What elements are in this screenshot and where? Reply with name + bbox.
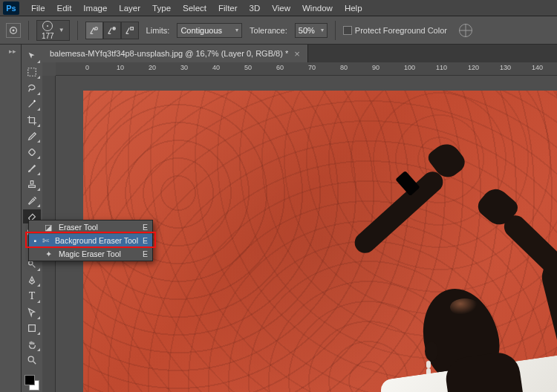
- ruler-horizontal[interactable]: 0 10 20 30 40 50 60 70 80 90 100 110 120…: [56, 62, 557, 76]
- svg-rect-6: [28, 148, 36, 156]
- healing-tool[interactable]: [23, 145, 41, 160]
- svg-point-12: [28, 357, 33, 362]
- limits-dropdown[interactable]: Contiguous ▾: [177, 23, 242, 38]
- ruler-tick: 90: [372, 64, 380, 71]
- ruler-tick: 50: [244, 64, 252, 71]
- canvas[interactable]: [83, 91, 557, 392]
- menu-view[interactable]: View: [266, 4, 296, 13]
- close-icon[interactable]: ×: [294, 48, 300, 59]
- ruler-tick: 100: [404, 64, 415, 71]
- ruler-tick: 120: [468, 64, 479, 71]
- magic-eraser-icon: ✦: [42, 249, 54, 258]
- flyout-item-eraser[interactable]: ◪ Eraser Tool E: [29, 220, 152, 234]
- menu-file[interactable]: File: [25, 4, 51, 13]
- flyout-item-background-eraser[interactable]: ▪ ✄ Background Eraser Tool E: [29, 234, 152, 247]
- svg-point-10: [31, 280, 33, 281]
- chevron-down-icon: ▾: [235, 27, 238, 33]
- move-tool[interactable]: [23, 49, 41, 64]
- tolerance-value: 50%: [299, 26, 315, 35]
- document-tab-title: balemesa-MYfq3tf34p8-unsplash.jpg @ 16,7…: [50, 49, 288, 58]
- menu-3d[interactable]: 3D: [244, 4, 267, 13]
- ruler-tick: 0: [85, 64, 89, 71]
- ruler-tick: 110: [436, 64, 447, 71]
- chevron-down-icon: ▼: [59, 27, 65, 33]
- document-area: balemesa-MYfq3tf34p8-unsplash.jpg @ 16,7…: [42, 45, 557, 392]
- zoom-tool[interactable]: [23, 353, 41, 368]
- svg-rect-11: [29, 325, 36, 332]
- toolbox: T: [22, 45, 42, 392]
- brush-preset-picker[interactable]: 177 ▼: [36, 20, 70, 41]
- menu-layer[interactable]: Layer: [113, 4, 146, 13]
- sampling-swatch[interactable]: [121, 22, 139, 39]
- current-tool-preset[interactable]: [6, 23, 21, 38]
- collapsed-panel-strip[interactable]: ▸▸: [4, 45, 22, 392]
- stamp-tool[interactable]: [23, 177, 41, 192]
- hand-tool[interactable]: [23, 337, 41, 352]
- ruler-tick: 10: [117, 64, 124, 71]
- tolerance-label: Tolerance:: [250, 26, 287, 35]
- ruler-tick: 70: [308, 64, 316, 71]
- shape-tool[interactable]: [23, 321, 41, 336]
- pen-tool[interactable]: [23, 273, 41, 288]
- separator: [28, 21, 29, 40]
- ruler-tick: 20: [149, 64, 156, 71]
- brush-size-value: 177: [42, 32, 54, 40]
- svg-point-1: [13, 30, 14, 31]
- svg-point-9: [29, 261, 33, 265]
- menu-bar: Ps File Edit Image Layer Type Select Fil…: [0, 0, 557, 16]
- magic-wand-tool[interactable]: [23, 97, 41, 112]
- document-tab[interactable]: balemesa-MYfq3tf34p8-unsplash.jpg @ 16,7…: [42, 45, 308, 62]
- sampling-mode-group: [85, 22, 139, 39]
- path-select-tool[interactable]: [23, 305, 41, 320]
- app-logo: Ps: [3, 1, 19, 15]
- pressure-size-icon[interactable]: [459, 24, 472, 37]
- workspace: ▸▸ T balemesa-MYfq3tf34p8-unsplash.jp: [4, 45, 557, 392]
- limits-label: Limits:: [146, 26, 170, 35]
- lasso-tool[interactable]: [23, 81, 41, 96]
- svg-rect-4: [130, 27, 133, 30]
- protect-foreground-checkbox[interactable]: Protect Foreground Color: [343, 26, 447, 35]
- options-bar: 177 ▼ Limits: Contiguous ▾ Tolerance: 50…: [0, 16, 557, 45]
- svg-point-2: [94, 27, 97, 30]
- brush-tool[interactable]: [23, 161, 41, 176]
- svg-rect-5: [28, 68, 36, 76]
- ruler-tick: 30: [180, 64, 188, 71]
- separator: [335, 21, 336, 40]
- background-eraser-icon: ✄: [42, 236, 51, 245]
- separator: [77, 21, 78, 40]
- type-tool[interactable]: T: [23, 289, 41, 304]
- menu-window[interactable]: Window: [296, 4, 339, 13]
- protect-foreground-label: Protect Foreground Color: [355, 26, 447, 35]
- menu-edit[interactable]: Edit: [51, 4, 78, 13]
- history-brush-tool[interactable]: [23, 193, 41, 208]
- sampling-continuous[interactable]: [85, 22, 103, 39]
- ruler-tick: 60: [276, 64, 284, 71]
- flyout-item-magic-eraser[interactable]: ✦ Magic Eraser Tool E: [29, 247, 152, 261]
- eraser-tool-flyout: ◪ Eraser Tool E ▪ ✄ Background Eraser To…: [28, 220, 153, 261]
- sampling-once[interactable]: [103, 22, 121, 39]
- crop-tool[interactable]: [23, 113, 41, 128]
- ruler-tick: 40: [212, 64, 220, 71]
- menu-select[interactable]: Select: [177, 4, 212, 13]
- color-swatches[interactable]: [23, 373, 41, 392]
- menu-image[interactable]: Image: [77, 4, 113, 13]
- eyedropper-tool[interactable]: [23, 129, 41, 144]
- ruler-tick: 80: [340, 64, 348, 71]
- tolerance-input[interactable]: 50% ▾: [295, 23, 328, 38]
- foreground-color[interactable]: [25, 375, 35, 385]
- chevron-down-icon: ▾: [321, 27, 324, 33]
- brush-circle-icon: [42, 21, 53, 31]
- expand-arrows-icon: ▸▸: [9, 48, 16, 55]
- selected-indicator: ▪: [33, 236, 37, 245]
- marquee-tool[interactable]: [23, 65, 41, 80]
- menu-filter[interactable]: Filter: [212, 4, 244, 13]
- ruler-tick: 140: [532, 64, 543, 71]
- menu-type[interactable]: Type: [146, 4, 177, 13]
- checkbox-icon: [343, 26, 352, 35]
- canvas-image-content: [83, 91, 557, 392]
- menu-help[interactable]: Help: [339, 4, 368, 13]
- document-tab-bar: balemesa-MYfq3tf34p8-unsplash.jpg @ 16,7…: [42, 45, 557, 62]
- limits-value: Contiguous: [180, 26, 222, 35]
- ruler-tick: 130: [500, 64, 511, 71]
- eraser-icon: ◪: [42, 223, 54, 232]
